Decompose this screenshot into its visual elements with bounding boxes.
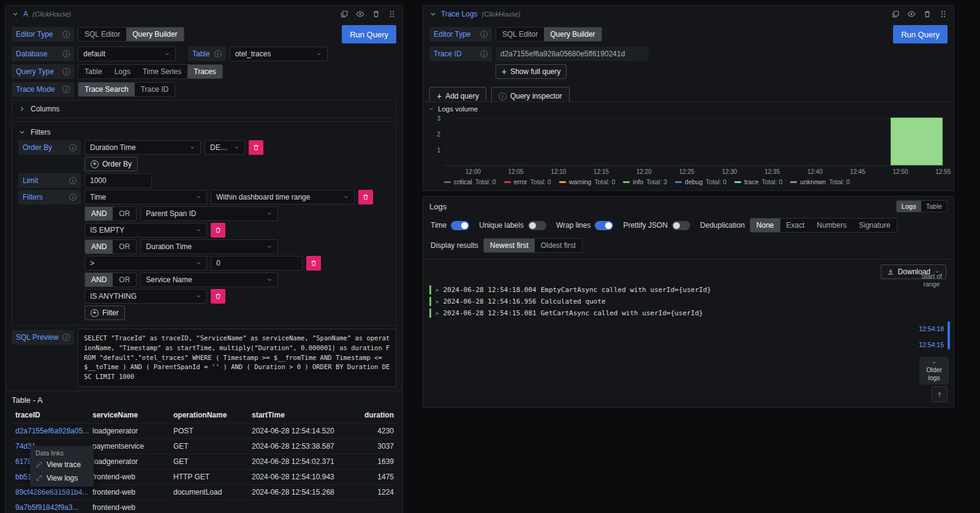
query-type-time-series[interactable]: Time Series <box>137 65 188 78</box>
minimap-timestamp[interactable]: 12:54:15 <box>919 341 944 348</box>
col-servicename[interactable]: serviceName <box>89 408 170 424</box>
add-filter-button[interactable]: +Filter <box>85 305 125 320</box>
col-duration[interactable]: duration <box>356 408 398 424</box>
order-by-field-select[interactable]: Duration Time <box>85 140 201 155</box>
show-full-query-button[interactable]: +Show full query <box>496 64 567 79</box>
col-traceid[interactable]: traceID <box>12 408 89 424</box>
bool-and[interactable]: AND <box>85 273 113 286</box>
legend-item[interactable]: warningTotal: 0 <box>559 178 616 185</box>
wrap-lines-toggle[interactable] <box>595 221 613 230</box>
remove-filter-2-button[interactable] <box>306 256 321 271</box>
legend-item[interactable]: debugTotal: 0 <box>675 178 726 185</box>
editor-type-sql-editor[interactable]: SQL Editor <box>496 28 544 41</box>
remove-order-by-button[interactable] <box>249 140 263 155</box>
remove-query-icon[interactable] <box>923 10 932 18</box>
table-select[interactable]: otel_traces <box>230 47 328 61</box>
query-type-row: Query Typei Table Logs Time Series Trace… <box>12 64 396 79</box>
drag-handle-icon[interactable] <box>388 10 396 18</box>
filter-2-field-select[interactable]: Duration Time <box>140 239 278 254</box>
query-type-traces[interactable]: Traces <box>187 65 222 78</box>
remove-query-icon[interactable] <box>372 10 380 18</box>
bool-and[interactable]: AND <box>85 207 113 220</box>
limit-input[interactable] <box>85 173 152 188</box>
filter-1-operator-select[interactable]: IS EMPTY <box>85 223 207 238</box>
trace-link[interactable]: 9a7b5f91842f9a3... <box>12 500 89 513</box>
expand-log-icon[interactable]: > <box>435 310 439 316</box>
hide-response-icon[interactable] <box>907 10 916 18</box>
dedup-signature[interactable]: Signature <box>853 219 896 232</box>
filters-section-toggle[interactable]: Filters <box>18 126 390 138</box>
minimap-timestamp[interactable]: 12:54:18 <box>919 325 944 332</box>
view-trace-menu-item[interactable]: View trace <box>30 458 94 471</box>
filter-2-value-input[interactable] <box>211 256 303 271</box>
bool-and[interactable]: AND <box>85 240 113 253</box>
columns-section-toggle[interactable]: Columns <box>12 100 396 118</box>
legend-item[interactable]: errorTotal: 0 <box>504 178 551 185</box>
filter-3-field-select[interactable]: Service Name <box>140 272 278 287</box>
trace-mode-row: Trace Modei Trace Search Trace ID <box>12 82 396 97</box>
run-query-button[interactable]: Run Query <box>893 25 948 43</box>
logs-volume-bar[interactable] <box>891 118 943 165</box>
trace-id-value[interactable]: d2a7155ef6a928a05680e5ff6190241d <box>496 47 649 61</box>
query-ref[interactable]: Trace Logs <box>441 10 478 18</box>
legend-item[interactable]: infoTotal: 3 <box>623 178 667 185</box>
time-toggle[interactable] <box>451 221 469 230</box>
dedup-exact[interactable]: Exact <box>780 219 811 232</box>
trace-link[interactable]: 89cf4286e631591b4... <box>12 485 89 500</box>
filters-label: Filtersi <box>18 190 81 204</box>
bool-or[interactable]: OR <box>113 273 136 286</box>
legend-item[interactable]: traceTotal: 0 <box>734 178 782 185</box>
minimap-scrollbar[interactable] <box>948 321 950 350</box>
run-query-button[interactable]: Run Query <box>342 25 396 43</box>
remove-filter-1-button[interactable] <box>211 223 225 238</box>
legend-item[interactable]: unknownTotal: 0 <box>790 178 850 185</box>
x-tick-label: 12:35 <box>764 168 780 175</box>
add-order-by-button[interactable]: +Order By <box>85 157 138 171</box>
duplicate-query-icon[interactable] <box>340 10 349 18</box>
scroll-to-top-button[interactable] <box>932 386 948 402</box>
hide-response-icon[interactable] <box>356 10 364 18</box>
query-ref[interactable]: A <box>23 10 28 18</box>
expand-log-icon[interactable]: > <box>435 287 439 293</box>
collapse-chevron-icon[interactable] <box>12 10 19 18</box>
query-type-logs[interactable]: Logs <box>108 65 137 78</box>
remove-time-filter-button[interactable] <box>358 190 373 204</box>
database-select[interactable]: default <box>78 47 176 61</box>
editor-type-query-builder[interactable]: Query Builder <box>126 28 183 41</box>
remove-filter-3-button[interactable] <box>211 289 225 304</box>
view-table-option[interactable]: Table <box>921 201 947 212</box>
query-type-table[interactable]: Table <box>78 65 108 78</box>
col-operationname[interactable]: operationName <box>170 408 248 424</box>
time-filter-field-select[interactable]: Time <box>85 190 207 204</box>
duplicate-query-icon[interactable] <box>891 10 900 18</box>
order-by-direction-select[interactable]: DESC <box>205 140 245 155</box>
unique-labels-toggle[interactable] <box>528 221 546 230</box>
bool-or[interactable]: OR <box>113 240 136 253</box>
trace-mode-trace-search[interactable]: Trace Search <box>78 83 135 96</box>
chevron-right-icon <box>18 105 26 113</box>
trace-mode-trace-id[interactable]: Trace ID <box>135 83 175 96</box>
dedup-numbers[interactable]: Numbers <box>811 219 853 232</box>
col-starttime[interactable]: startTime <box>248 408 356 424</box>
collapse-chevron-icon[interactable] <box>429 10 437 18</box>
view-logs-menu-item[interactable]: View logs <box>30 471 94 485</box>
bool-or[interactable]: OR <box>113 207 136 220</box>
drag-handle-icon[interactable] <box>939 10 948 18</box>
older-logs-button[interactable]: Older logs <box>919 357 949 384</box>
prettify-json-toggle[interactable] <box>672 221 690 230</box>
editor-type-sql-editor[interactable]: SQL Editor <box>78 28 126 41</box>
newest-first-option[interactable]: Newest first <box>484 239 535 252</box>
legend-item[interactable]: criticalTotal: 0 <box>444 178 496 185</box>
table-panel: Table - A traceID serviceName operationN… <box>5 391 403 513</box>
view-logs-option[interactable]: Logs <box>897 201 921 212</box>
filter-3-operator-select[interactable]: IS ANYTHING <box>85 289 207 304</box>
trace-link[interactable]: d2a7155ef6a928a05... <box>12 424 89 439</box>
filter-2-operator-select[interactable]: > <box>85 256 207 271</box>
logs-volume-title[interactable]: Logs volume <box>423 102 954 116</box>
expand-log-icon[interactable]: > <box>435 299 439 305</box>
dedup-none[interactable]: None <box>750 219 780 232</box>
time-filter-value-select[interactable]: Within dashboard time range <box>211 190 355 204</box>
editor-type-query-builder[interactable]: Query Builder <box>544 28 601 41</box>
filter-1-field-select[interactable]: Parent Span ID <box>140 206 278 221</box>
oldest-first-option[interactable]: Oldest first <box>535 239 582 252</box>
